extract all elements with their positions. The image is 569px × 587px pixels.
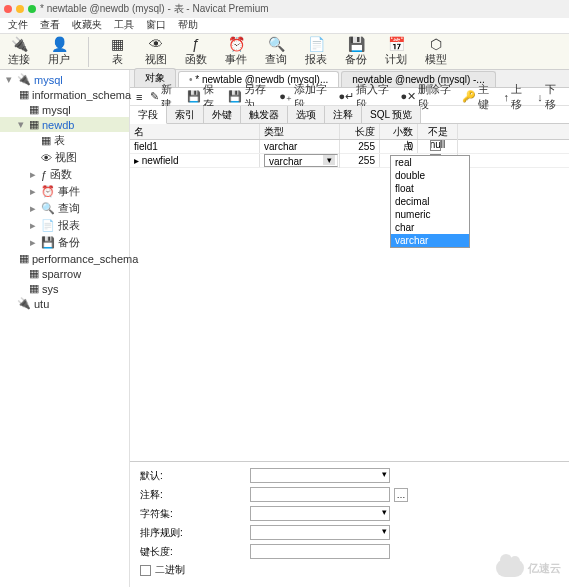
- col-decimals[interactable]: 小数点: [380, 124, 418, 139]
- win-max-icon[interactable]: [28, 5, 36, 13]
- type-dropdown[interactable]: realdoublefloatdecimalnumericcharvarchar: [390, 155, 470, 248]
- menu-view[interactable]: 查看: [40, 18, 60, 33]
- subtab-0[interactable]: 字段: [130, 106, 167, 124]
- label-default: 默认:: [140, 469, 250, 483]
- type-combo[interactable]: varchar: [264, 154, 338, 167]
- expand-icon[interactable]: ▸: [28, 236, 38, 249]
- tree-视图[interactable]: 👁视图: [0, 149, 129, 166]
- option-varchar[interactable]: varchar: [391, 234, 469, 247]
- charset-field[interactable]: [250, 506, 390, 521]
- 模型-icon: ⬡: [426, 36, 446, 52]
- comment-field[interactable]: [250, 487, 390, 502]
- menu-window[interactable]: 窗口: [146, 18, 166, 33]
- col-type[interactable]: 类型: [260, 124, 340, 139]
- node-icon: ▦: [41, 134, 51, 147]
- option-decimal[interactable]: decimal: [391, 195, 469, 208]
- option-char[interactable]: char: [391, 221, 469, 234]
- collation-field[interactable]: [250, 525, 390, 540]
- expand-icon[interactable]: ▸: [28, 168, 38, 181]
- watermark: 亿速云: [496, 559, 561, 577]
- binary-checkbox[interactable]: [140, 565, 151, 576]
- table-row[interactable]: field1varchar2550: [130, 140, 569, 154]
- expand-icon[interactable]: ▸: [28, 219, 38, 232]
- subtab-5[interactable]: 注释: [325, 106, 362, 123]
- option-numeric[interactable]: numeric: [391, 208, 469, 221]
- table-row[interactable]: ▸ newfieldvarchar255: [130, 154, 569, 168]
- label-keylen: 键长度:: [140, 545, 250, 559]
- col-length[interactable]: 长度: [340, 124, 380, 139]
- expand-icon[interactable]: ▸: [28, 185, 38, 198]
- 事件-icon: ⏰: [226, 36, 246, 52]
- node-icon: 🔌: [17, 73, 31, 86]
- win-min-icon[interactable]: [16, 5, 24, 13]
- tree-表[interactable]: ▦表: [0, 132, 129, 149]
- 查询-icon: 🔍: [266, 36, 286, 52]
- toolbar-备份[interactable]: 💾备份: [345, 36, 367, 67]
- win-close-icon[interactable]: [4, 5, 12, 13]
- subtab-3[interactable]: 触发器: [241, 106, 288, 123]
- cloud-icon: [496, 559, 524, 577]
- 表-icon: ▦: [107, 36, 127, 52]
- option-real[interactable]: real: [391, 156, 469, 169]
- connection-tree[interactable]: ▾🔌mysql▦information_schema▦mysql▾▦newdb▦…: [0, 70, 130, 587]
- subtab-2[interactable]: 外键: [204, 106, 241, 123]
- tree-备份[interactable]: ▸💾备份: [0, 234, 129, 251]
- tree-事件[interactable]: ▸⏰事件: [0, 183, 129, 200]
- menu-help[interactable]: 帮助: [178, 18, 198, 33]
- node-icon: ƒ: [41, 169, 47, 181]
- 视图-icon: 👁: [146, 36, 166, 52]
- expand-icon[interactable]: ▸: [28, 202, 38, 215]
- col-name[interactable]: 名: [130, 124, 260, 139]
- menu-tools[interactable]: 工具: [114, 18, 134, 33]
- 函数-icon: ƒ: [186, 36, 206, 52]
- tree-sparrow[interactable]: ▦sparrow: [0, 266, 129, 281]
- tree-报表[interactable]: ▸📄报表: [0, 217, 129, 234]
- tree-查询[interactable]: ▸🔍查询: [0, 200, 129, 217]
- toolbar-计划[interactable]: 📅计划: [385, 36, 407, 67]
- 连接-icon: 🔌: [9, 36, 29, 52]
- hamburger-icon[interactable]: ≡: [136, 91, 142, 103]
- toolbar-查询[interactable]: 🔍查询: [265, 36, 287, 67]
- toolbar-模型[interactable]: ⬡模型: [425, 36, 447, 67]
- option-double[interactable]: double: [391, 169, 469, 182]
- designer-subtabs: 字段索引外键触发器选项注释SQL 预览: [130, 106, 569, 124]
- subtab-4[interactable]: 选项: [288, 106, 325, 123]
- label-comment: 注释:: [140, 488, 250, 502]
- col-notnull[interactable]: 不是 null: [418, 124, 458, 139]
- menu-file[interactable]: 文件: [8, 18, 28, 33]
- tree-newdb[interactable]: ▾▦newdb: [0, 117, 129, 132]
- toolbar-事件[interactable]: ⏰事件: [225, 36, 247, 67]
- tree-mysql[interactable]: ▦mysql: [0, 102, 129, 117]
- node-icon: ▦: [29, 282, 39, 295]
- main-toolbar: 🔌连接👤用户▦表👁视图ƒ函数⏰事件🔍查询📄报表💾备份📅计划⬡模型: [0, 34, 569, 70]
- tree-sys[interactable]: ▦sys: [0, 281, 129, 296]
- tree-mysql[interactable]: ▾🔌mysql: [0, 72, 129, 87]
- tree-函数[interactable]: ▸ƒ函数: [0, 166, 129, 183]
- toolbar-函数[interactable]: ƒ函数: [185, 36, 207, 67]
- menu-fav[interactable]: 收藏夹: [72, 18, 102, 33]
- menu-bar: 文件 查看 收藏夹 工具 窗口 帮助: [0, 18, 569, 34]
- grid-header: 名 类型 长度 小数点 不是 null: [130, 124, 569, 140]
- node-icon: 📄: [41, 219, 55, 232]
- fields-grid[interactable]: 名 类型 长度 小数点 不是 null field1varchar2550▸ n…: [130, 124, 569, 461]
- notnull-checkbox[interactable]: [430, 140, 441, 151]
- option-float[interactable]: float: [391, 182, 469, 195]
- toolbar-视图[interactable]: 👁视图: [145, 36, 167, 67]
- default-field[interactable]: [250, 468, 390, 483]
- toolbar-报表[interactable]: 📄报表: [305, 36, 327, 67]
- keylen-field[interactable]: [250, 544, 390, 559]
- label-collation: 排序规则:: [140, 526, 250, 540]
- toolbar-用户[interactable]: 👤用户: [48, 36, 70, 67]
- tree-utu[interactable]: 🔌utu: [0, 296, 129, 311]
- subtab-6[interactable]: SQL 预览: [362, 106, 421, 123]
- node-icon: ▦: [19, 88, 29, 101]
- expand-icon[interactable]: ▾: [4, 73, 14, 86]
- tree-performance_schema[interactable]: ▦performance_schema: [0, 251, 129, 266]
- comment-expand-button[interactable]: …: [394, 488, 408, 502]
- tree-information_schema[interactable]: ▦information_schema: [0, 87, 129, 102]
- expand-icon[interactable]: ▾: [16, 118, 26, 131]
- toolbar-表[interactable]: ▦表: [107, 36, 127, 67]
- node-icon: 🔌: [17, 297, 31, 310]
- toolbar-连接[interactable]: 🔌连接: [8, 36, 30, 67]
- subtab-1[interactable]: 索引: [167, 106, 204, 123]
